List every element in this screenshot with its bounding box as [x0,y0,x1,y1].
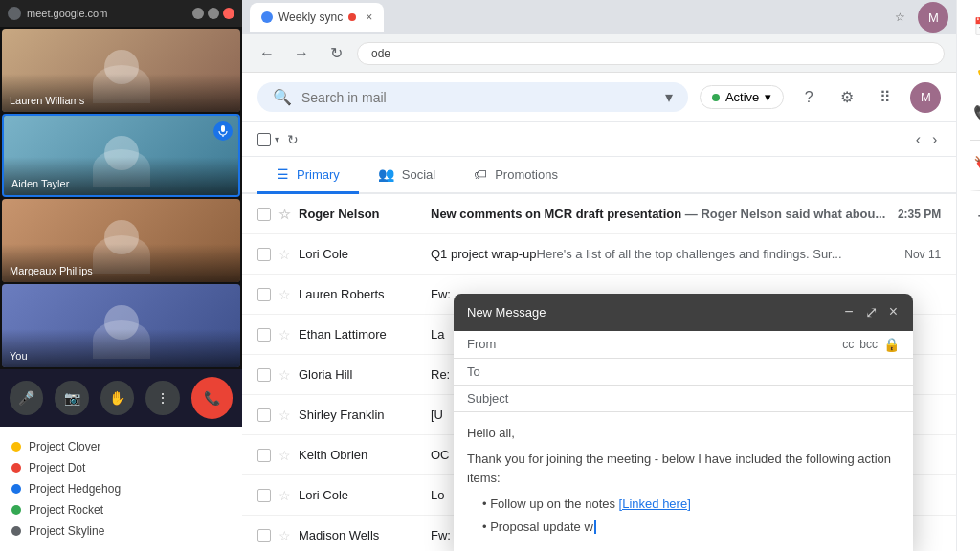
email-checkbox-3[interactable] [257,328,271,342]
compose-bullet-2: • Proposal update w [467,518,900,537]
refresh-button[interactable]: ↻ [287,132,299,147]
nav-back-button[interactable]: ← [254,40,280,67]
email-row[interactable]: ☆ Roger Nelson New comments on MCR draft… [242,194,956,234]
end-call-button[interactable]: 📞 [191,377,233,419]
social-tab-icon: 👥 [378,166,394,182]
tile-gradient [4,157,238,195]
promotions-tab-label: Promotions [495,167,558,182]
chrome-user-avatar[interactable]: M [918,2,948,33]
sidebar-item-rocket[interactable]: Project Rocket [11,499,231,520]
tile-gradient [2,329,240,367]
chrome-tab-weekly-sync[interactable]: Weekly sync × [250,3,384,32]
tab-close-button[interactable]: × [366,11,372,24]
search-bar[interactable]: 🔍 ▾ [257,82,688,112]
email-star-2[interactable]: ☆ [278,287,291,302]
sidebar-item-dot[interactable]: Project Dot [11,457,231,478]
select-all-area[interactable]: ▾ [257,133,279,146]
email-checkbox-4[interactable] [257,368,271,382]
bookmark-button[interactable]: ☆ [889,7,910,28]
email-star-5[interactable]: ☆ [278,408,291,423]
email-star-4[interactable]: ☆ [278,367,291,383]
email-checkbox-0[interactable] [257,208,271,221]
status-badge[interactable]: Active ▾ [700,85,784,109]
email-checkbox-6[interactable] [257,449,271,462]
search-dropdown-icon[interactable]: ▾ [665,88,673,106]
email-checkbox-8[interactable] [257,529,271,542]
compose-content-area[interactable]: Hello all, Thank you for joining the mee… [454,412,913,552]
more-button[interactable]: ⋮ [145,381,179,415]
email-checkbox-1[interactable] [257,248,271,261]
email-star-7[interactable]: ☆ [278,488,291,503]
compose-minimize-button[interactable]: − [842,301,855,322]
tab-favicon [261,11,273,23]
subject-label: Subject [467,391,520,406]
email-checkbox-2[interactable] [257,288,271,301]
tab-primary[interactable]: ☰ Primary [257,157,359,194]
svg-rect-0 [221,125,225,132]
to-input[interactable] [520,364,900,379]
email-star-3[interactable]: ☆ [278,327,291,342]
apps-button[interactable]: ⠿ [872,84,899,111]
hand-button[interactable]: ✋ [100,381,134,415]
prev-page-button[interactable]: ‹ [912,127,924,152]
select-all-checkbox[interactable] [257,133,271,146]
primary-tab-icon: ☰ [277,166,289,182]
settings-button[interactable]: ⚙ [834,84,860,111]
chrome-window-actions: ☆ M [889,2,948,33]
mic-button[interactable]: 🎤 [10,381,43,415]
close-control[interactable] [223,8,234,19]
add-apps-button[interactable]: + [965,197,980,235]
compose-link[interactable]: [Linked here] [619,496,691,511]
tab-promotions[interactable]: 🏷 Promotions [455,157,577,194]
video-tile-2: Margeaux Phillips [2,199,240,282]
bcc-label[interactable]: bcc [859,338,878,351]
meet-icon[interactable]: 📞 [965,96,980,134]
select-dropdown-icon[interactable]: ▾ [275,134,279,144]
tasks-icon[interactable]: ✔ [965,52,980,90]
help-button[interactable]: ? [795,84,822,111]
tab-social[interactable]: 👥 Social [359,157,455,194]
status-chevron-icon: ▾ [765,90,771,104]
meet-url: meet.google.com [27,8,187,19]
email-star-6[interactable]: ☆ [278,448,291,463]
sidebar-item-clover[interactable]: Project Clover [11,436,231,457]
email-star-1[interactable]: ☆ [278,247,291,262]
search-input[interactable] [301,90,656,105]
compose-expand-button[interactable]: ⤢ [863,301,880,323]
maximize-control[interactable] [208,8,219,19]
sidebar-divider-2 [970,190,980,191]
email-time-1: Nov 11 [893,248,941,261]
tab-recording-dot [348,13,356,21]
primary-tab-label: Primary [297,167,340,182]
compose-header: New Message − ⤢ × [454,294,913,331]
meet-sidebar: Project Clover Project Dot Project Hedge… [0,427,242,551]
compose-close-button[interactable]: × [887,301,900,322]
email-star-8[interactable]: ☆ [278,528,291,543]
cc-label[interactable]: cc [842,338,854,351]
gmail-toolbar: 🔍 ▾ Active ▾ ? ⚙ ⠿ M [242,73,956,122]
meet-window-controls[interactable] [192,8,234,19]
email-sender-7: Lori Cole [299,488,423,502]
gmail-user-avatar[interactable]: M [910,82,941,113]
refresh-button[interactable]: ↻ [323,40,349,67]
mic-active-icon [213,121,233,141]
meet-favicon [8,7,21,20]
email-checkbox-7[interactable] [257,489,271,502]
nav-forward-button[interactable]: → [288,40,315,67]
keep-icon[interactable]: 🔖 [965,146,980,185]
next-page-button[interactable]: › [928,127,941,152]
email-row[interactable]: ☆ Lori Cole Q1 project wrap-upHere's a l… [242,234,956,275]
email-sender-6: Keith Obrien [299,448,423,462]
sidebar-item-hedgehog[interactable]: Project Hedgehog [11,478,231,499]
address-input[interactable] [357,42,945,65]
email-checkbox-5[interactable] [257,408,271,422]
subject-input[interactable] [520,391,900,406]
calendar-icon[interactable]: 📅 [965,8,980,46]
camera-button[interactable]: 📷 [55,381,88,415]
from-input[interactable] [520,337,842,351]
email-star-0[interactable]: ☆ [278,207,291,222]
sidebar-item-skyline[interactable]: Project Skyline [11,520,231,541]
project-dot-clover [11,442,21,452]
minimize-control[interactable] [192,8,204,19]
participant-name-1: Aiden Tayler [11,178,69,189]
